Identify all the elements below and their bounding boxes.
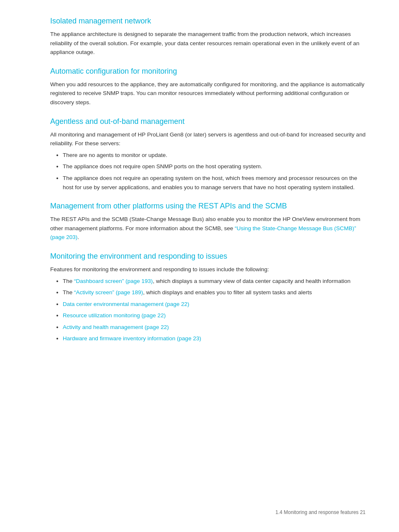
link-hardware-firmware[interactable]: Hardware and firmware inventory informat…	[63, 335, 201, 342]
link-dashboard[interactable]: “Dashboard screen” (page 193)	[74, 278, 153, 284]
body-management-rest-apis: The REST APIs and the SCMB (State-Change…	[50, 215, 366, 242]
section-automatic-configuration: Automatic configuration for monitoring W…	[50, 67, 366, 107]
page-footer: 1.4 Monitoring and response features 21	[276, 509, 366, 515]
body-monitoring-environment: Features for monitoring the environment …	[50, 265, 366, 274]
list-item-dashboard: The “Dashboard screen” (page 193), which…	[63, 277, 366, 286]
link-datacenter-env[interactable]: Data center environmental management (pa…	[63, 301, 189, 307]
list-item-hardware-firmware: Hardware and firmware inventory informat…	[63, 334, 366, 343]
bullet-list-monitoring: The “Dashboard screen” (page 193), which…	[63, 277, 366, 344]
body-text-post: .	[77, 234, 79, 240]
section-monitoring-environment: Monitoring the environment and respondin…	[50, 252, 366, 343]
link-activity-health[interactable]: Activity and health management (page 22)	[63, 324, 169, 330]
heading-automatic-configuration: Automatic configuration for monitoring	[50, 67, 366, 76]
footer-text: 1.4 Monitoring and response features 21	[276, 509, 366, 515]
list-item-activity: The “Activity screen” (page 189), which …	[63, 288, 366, 297]
list-item-resource-util: Resource utilization monitoring (page 22…	[63, 311, 366, 320]
list-item: The appliance does not require an operat…	[63, 174, 366, 192]
section-management-rest-apis: Management from other platforms using th…	[50, 202, 366, 242]
list-item: There are no agents to monitor or update…	[63, 151, 366, 160]
section-agentless-management: Agentless and out-of-band management All…	[50, 117, 366, 192]
link-resource-util[interactable]: Resource utilization monitoring (page 22…	[63, 312, 166, 319]
heading-agentless-management: Agentless and out-of-band management	[50, 117, 366, 126]
list-item-activity-health: Activity and health management (page 22)	[63, 323, 366, 332]
body-agentless-management: All monitoring and management of HP ProL…	[50, 130, 366, 148]
section-isolated-management-network: Isolated management network The applianc…	[50, 17, 366, 57]
list-item-datacenter-env: Data center environmental management (pa…	[63, 300, 366, 309]
body-isolated-management-network: The appliance architecture is designed t…	[50, 30, 366, 57]
heading-management-rest-apis: Management from other platforms using th…	[50, 202, 366, 211]
link-activity[interactable]: “Activity screen” (page 189)	[74, 289, 143, 296]
list-item: The appliance does not require open SNMP…	[63, 162, 366, 171]
heading-monitoring-environment: Monitoring the environment and respondin…	[50, 252, 366, 261]
activity-suffix: , which displays and enables you to filt…	[143, 289, 312, 296]
dashboard-suffix: , which displays a summary view of data …	[153, 278, 350, 284]
body-automatic-configuration: When you add resources to the appliance,…	[50, 80, 366, 107]
bullet-list-agentless: There are no agents to monitor or update…	[63, 151, 366, 192]
heading-isolated-management-network: Isolated management network	[50, 17, 366, 26]
